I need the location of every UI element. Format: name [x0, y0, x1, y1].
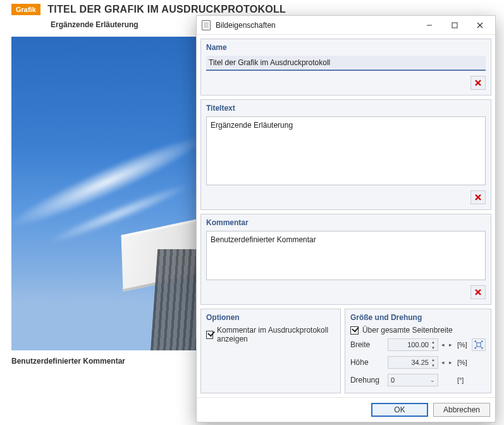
dialog-caption: Bildeigenschaften: [216, 21, 417, 30]
full-width-checkbox[interactable]: Über gesamte Seitenbreite: [350, 326, 486, 335]
height-value: 34.25: [411, 359, 429, 366]
group-titletext: Titeltext: [200, 99, 491, 210]
comment-input[interactable]: [206, 231, 486, 280]
grafik-badge: Grafik: [11, 4, 40, 15]
show-comment-checkbox[interactable]: Kommentar im Ausdruckprotokoll anzeigen: [206, 326, 335, 343]
chevron-down-icon: ⌄: [430, 377, 435, 383]
name-input[interactable]: [206, 56, 486, 71]
fit-width-button[interactable]: [472, 338, 486, 351]
width-label: Breite: [350, 340, 385, 349]
checkbox-icon: [350, 326, 359, 335]
titletext-clear-button[interactable]: [470, 190, 486, 204]
rotation-label: Drehung: [350, 376, 385, 385]
group-options-title: Optionen: [206, 313, 335, 322]
button-bar: OK Abbrechen: [197, 397, 495, 422]
height-unit: [%]: [457, 359, 467, 366]
full-width-label: Über gesamte Seitenbreite: [362, 326, 453, 335]
group-options: Optionen Kommentar im Ausdruckprotokoll …: [200, 309, 341, 393]
minimize-button[interactable]: [417, 16, 442, 34]
step-left-icon[interactable]: ◂: [441, 342, 446, 348]
image-properties-dialog: Bildeigenschaften Name Titeltext: [196, 15, 496, 422]
group-comment: Kommentar: [200, 214, 491, 305]
maximize-button[interactable]: [442, 16, 467, 34]
rotation-combo[interactable]: 0 ⌄: [388, 374, 438, 386]
spin-down-icon[interactable]: ▼: [429, 362, 437, 368]
width-value: 100.00: [407, 341, 429, 348]
step-left-icon[interactable]: ◂: [441, 359, 446, 366]
group-comment-title: Kommentar: [206, 218, 486, 227]
group-titletext-title: Titeltext: [206, 104, 486, 113]
ok-button[interactable]: OK: [371, 403, 428, 417]
rotation-unit: [°]: [457, 376, 464, 384]
group-size: Größe und Drehung Über gesamte Seitenbre…: [345, 309, 491, 393]
show-comment-label: Kommentar im Ausdruckprotokoll anzeigen: [217, 326, 335, 343]
step-right-icon[interactable]: ▸: [448, 342, 453, 348]
comment-clear-button[interactable]: [470, 285, 486, 299]
group-name: Name: [200, 39, 491, 95]
group-size-title: Größe und Drehung: [350, 313, 486, 322]
titletext-input[interactable]: [206, 116, 486, 185]
svg-rect-1: [452, 23, 457, 28]
width-unit: [%]: [457, 341, 467, 348]
svg-rect-10: [477, 343, 481, 347]
width-spinbox[interactable]: 100.00 ▲▼: [388, 338, 438, 351]
group-name-title: Name: [206, 43, 486, 52]
height-spinbox[interactable]: 34.25 ▲▼: [388, 356, 438, 369]
spin-up-icon[interactable]: ▲: [429, 339, 437, 345]
report-title: TITEL DER GRAFIK IM AUSDRUCKPROTOKOLL: [47, 4, 286, 15]
spin-down-icon[interactable]: ▼: [429, 345, 437, 350]
rotation-value: 0: [391, 376, 395, 384]
titlebar[interactable]: Bildeigenschaften: [197, 16, 495, 35]
close-button[interactable]: [467, 16, 493, 34]
checkbox-icon: [206, 331, 213, 339]
name-clear-button[interactable]: [470, 76, 486, 90]
cancel-button[interactable]: Abbrechen: [433, 403, 490, 417]
step-right-icon[interactable]: ▸: [448, 359, 453, 366]
spin-up-icon[interactable]: ▲: [429, 357, 437, 362]
document-icon: [202, 20, 211, 30]
height-label: Höhe: [350, 358, 385, 367]
